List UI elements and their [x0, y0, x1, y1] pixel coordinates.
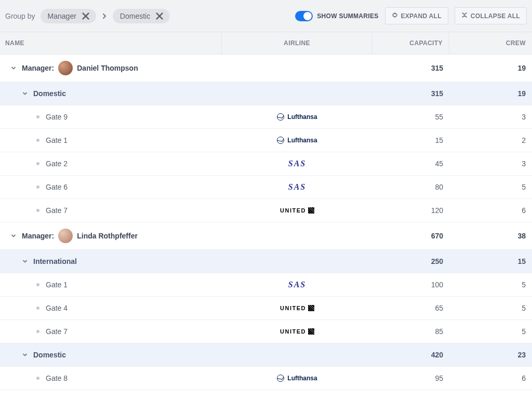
- capacity-value: 80: [373, 177, 449, 197]
- column-header-crew[interactable]: CREW: [449, 32, 532, 54]
- summary-crew: 23: [449, 344, 532, 365]
- subgroup-label: International: [33, 257, 77, 265]
- gate-name: Gate 8: [46, 374, 68, 382]
- table-row[interactable]: Gate 9 Lufthansa 55 3: [0, 105, 532, 129]
- united-icon: [308, 207, 314, 214]
- avatar: [58, 229, 73, 243]
- crew-value: 6: [449, 368, 532, 389]
- collapse-icon: [461, 12, 468, 20]
- table-row[interactable]: Gate 7 UNITED 85 5: [0, 320, 532, 343]
- button-label: COLLAPSE ALL: [471, 12, 520, 20]
- table-row[interactable]: Gate 6 SAS 80 5: [0, 176, 532, 199]
- toolbar-left: Group by Manager Domestic: [5, 9, 170, 23]
- gate-name: Gate 1: [46, 281, 68, 289]
- bullet-icon: [36, 209, 39, 212]
- expand-all-button[interactable]: EXPAND ALL: [385, 7, 448, 24]
- capacity-value: 120: [373, 200, 449, 221]
- capacity-value: 45: [373, 153, 449, 174]
- table-row[interactable]: Gate 7 UNITED 120 6: [0, 199, 532, 222]
- gate-name: Gate 4: [46, 304, 68, 312]
- lufthansa-icon: [277, 137, 284, 144]
- airline-label: UNITED: [280, 305, 314, 311]
- subgroup-row[interactable]: International 250 15: [0, 250, 532, 273]
- airline-label: Lufthansa: [287, 137, 317, 144]
- capacity-value: 85: [373, 321, 449, 342]
- group-chip-domestic[interactable]: Domestic: [113, 9, 170, 23]
- gate-name: Gate 9: [46, 113, 68, 121]
- column-header-airline[interactable]: AIRLINE: [222, 32, 373, 54]
- airline-lufthansa: Lufthansa: [277, 113, 317, 121]
- chevron-right-icon: [101, 13, 108, 19]
- summary-capacity: 670: [373, 225, 449, 246]
- chevron-down-icon[interactable]: [21, 352, 29, 358]
- lufthansa-icon: [277, 113, 284, 121]
- airline-sas: SAS: [288, 182, 306, 192]
- airline-lufthansa: Lufthansa: [277, 375, 317, 382]
- airline-label: Lufthansa: [287, 375, 317, 382]
- group-row-manager[interactable]: Manager: Linda Rothpfeffer 670 38: [0, 222, 532, 250]
- lufthansa-icon: [277, 375, 284, 382]
- summary-capacity: 315: [373, 83, 449, 104]
- gate-name: Gate 7: [46, 206, 68, 215]
- airline-sas: SAS: [288, 159, 306, 168]
- summary-crew: 15: [449, 251, 532, 272]
- chevron-down-icon[interactable]: [9, 233, 18, 239]
- group-manager-name: Linda Rothpfeffer: [77, 232, 138, 240]
- close-icon[interactable]: [82, 12, 90, 20]
- toolbar: Group by Manager Domestic SHOW SUMMARIES: [0, 0, 532, 32]
- crew-value: 3: [449, 153, 532, 174]
- table-header: NAME AIRLINE CAPACITY CREW: [0, 32, 532, 55]
- avatar: [58, 61, 73, 75]
- chevron-down-icon[interactable]: [21, 90, 29, 97]
- chip-label: Manager: [48, 12, 76, 20]
- column-header-name[interactable]: NAME: [0, 32, 222, 54]
- group-field-label: Manager:: [22, 64, 54, 72]
- collapse-all-button[interactable]: COLLAPSE ALL: [455, 7, 527, 24]
- chip-label: Domestic: [120, 12, 150, 20]
- subgroup-row[interactable]: Domestic 420 23: [0, 343, 532, 367]
- show-summaries-toggle[interactable]: [295, 11, 313, 21]
- crew-value: 5: [449, 274, 532, 295]
- gate-name: Gate 1: [46, 136, 68, 144]
- summary-crew: 38: [449, 225, 532, 246]
- united-icon: [308, 305, 314, 311]
- airline-label: UNITED: [280, 207, 314, 214]
- gate-name: Gate 7: [46, 327, 68, 336]
- summary-crew: 19: [449, 83, 532, 104]
- button-label: EXPAND ALL: [401, 12, 442, 20]
- summary-capacity: 420: [373, 344, 449, 365]
- capacity-value: 95: [373, 368, 449, 389]
- group-by-label: Group by: [5, 12, 35, 20]
- toolbar-right: SHOW SUMMARIES EXPAND ALL COLLAPSE ALL: [295, 7, 527, 24]
- table-row[interactable]: Gate 8 Lufthansa 95 6: [0, 367, 532, 390]
- chevron-down-icon[interactable]: [9, 65, 18, 71]
- column-header-capacity[interactable]: CAPACITY: [373, 32, 449, 54]
- capacity-value: 65: [373, 298, 449, 318]
- airline-united: UNITED: [280, 305, 314, 311]
- airline-label: Lufthansa: [287, 113, 317, 121]
- group-chip-manager[interactable]: Manager: [41, 9, 96, 23]
- bullet-icon: [36, 330, 39, 333]
- table-row[interactable]: Gate 1 SAS 100 5: [0, 273, 532, 297]
- subgroup-label: Domestic: [33, 89, 66, 98]
- table-row[interactable]: Gate 4 UNITED 65 5: [0, 297, 532, 320]
- bullet-icon: [36, 139, 39, 142]
- crew-value: 6: [449, 200, 532, 221]
- summary-crew: 19: [449, 58, 532, 78]
- subgroup-row[interactable]: Domestic 315 19: [0, 82, 532, 105]
- close-icon[interactable]: [155, 12, 164, 20]
- airline-label: UNITED: [280, 328, 314, 335]
- summary-capacity: 250: [373, 251, 449, 272]
- expand-icon: [392, 12, 398, 20]
- bullet-icon: [36, 162, 39, 165]
- gate-name: Gate 2: [46, 159, 68, 168]
- crew-value: 5: [449, 177, 532, 197]
- table-row[interactable]: Gate 2 SAS 45 3: [0, 152, 532, 176]
- chevron-down-icon[interactable]: [21, 258, 29, 264]
- show-summaries-label: SHOW SUMMARIES: [317, 12, 378, 20]
- group-row-manager[interactable]: Manager: Daniel Thompson 315 19: [0, 55, 532, 82]
- airline-label: SAS: [288, 182, 306, 192]
- capacity-value: 100: [373, 274, 449, 295]
- table-row[interactable]: Gate 1 Lufthansa 15 2: [0, 129, 532, 152]
- airline-lufthansa: Lufthansa: [277, 137, 317, 144]
